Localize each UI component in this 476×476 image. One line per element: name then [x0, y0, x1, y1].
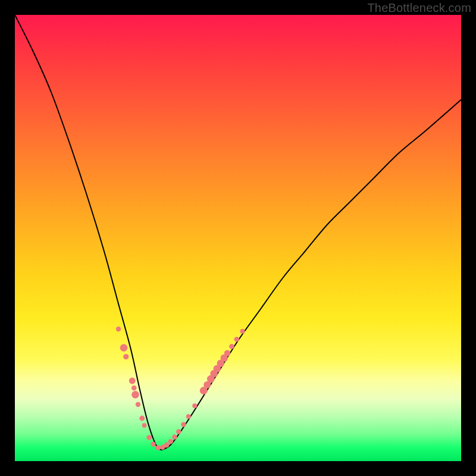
- curve-marker: [192, 403, 197, 408]
- curve-marker: [176, 429, 181, 434]
- curve-marker: [229, 344, 234, 349]
- curve-marker: [172, 434, 177, 439]
- curve-layer: [15, 15, 461, 461]
- curve-marker: [131, 391, 139, 399]
- watermark-label: TheBottleneck.com: [367, 1, 471, 15]
- curve-marker: [240, 329, 245, 334]
- curve-marker: [136, 402, 140, 407]
- bottleneck-curve: [15, 15, 461, 450]
- curve-marker: [129, 378, 136, 384]
- curve-marker: [186, 414, 191, 419]
- chart-frame: TheBottleneck.com: [0, 0, 476, 476]
- curve-marker: [146, 435, 152, 440]
- curve-marker: [224, 350, 230, 356]
- curve-marker: [156, 445, 161, 450]
- curve-marker: [181, 422, 186, 427]
- curve-marker: [120, 344, 127, 351]
- curve-marker: [151, 441, 155, 446]
- curve-marker: [142, 423, 147, 428]
- curve-marker: [168, 439, 173, 444]
- curve-marker: [116, 327, 121, 331]
- curve-marker: [139, 416, 145, 421]
- curve-marker: [234, 337, 239, 342]
- curve-marker: [123, 354, 129, 359]
- curve-markers: [116, 327, 245, 450]
- curve-marker: [164, 443, 170, 448]
- curve-marker: [131, 386, 137, 391]
- plot-area: [15, 15, 461, 461]
